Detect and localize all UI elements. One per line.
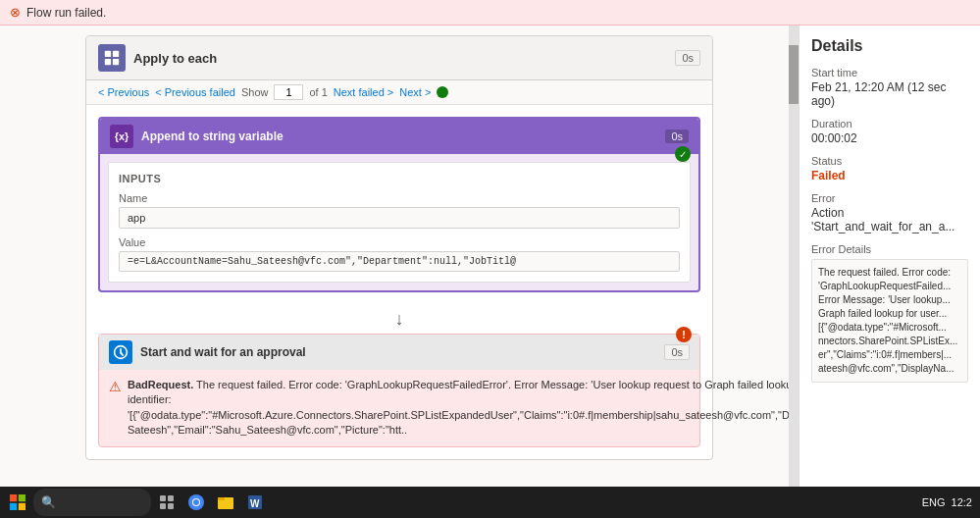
taskbar-right: ENG 12:2: [918, 496, 976, 508]
svg-rect-5: [10, 494, 17, 501]
start-wait-label: Start and wait for an approval: [140, 345, 306, 359]
next-link[interactable]: Next >: [399, 86, 431, 98]
error-details-box: The request failed. Error code: 'GraphLo…: [811, 259, 968, 383]
svg-rect-7: [10, 503, 17, 510]
start-wait-title-area: Start and wait for an approval: [109, 340, 306, 364]
duration-label: Duration: [811, 118, 968, 130]
svg-point-15: [193, 499, 199, 505]
page-of: of 1: [309, 86, 327, 98]
svg-rect-9: [160, 495, 166, 501]
name-field-value: app: [119, 207, 680, 229]
explorer-icon[interactable]: [212, 489, 239, 516]
apply-each-label: Apply to each: [133, 51, 217, 66]
status-label: Status: [811, 155, 968, 167]
error-bar-text: Flow run failed.: [26, 6, 106, 20]
value-field-code: =e=L&AccountName=Sahu_Sateesh@vfc.com","…: [119, 251, 680, 272]
svg-rect-17: [218, 497, 225, 500]
error-badge: !: [676, 327, 692, 342]
append-block[interactable]: {x} Append to string variable 0s ✓ INPUT…: [98, 117, 700, 292]
clock: 12:2: [952, 496, 972, 508]
success-indicator: [437, 86, 448, 98]
duration-value: 00:00:02: [811, 131, 968, 145]
append-block-body: INPUTS Name app Value =e=L&AccountName=S…: [108, 162, 691, 283]
taskbar: 🔍: [0, 487, 980, 518]
start-wait-body: ⚠ BadRequest. The request failed. Error …: [99, 370, 699, 446]
start-wait-time: 0s: [664, 344, 690, 360]
svg-rect-0: [105, 51, 111, 57]
lang-indicator: ENG: [922, 496, 946, 508]
svg-rect-6: [19, 494, 26, 501]
start-wait-icon: [109, 340, 132, 364]
svg-rect-1: [113, 51, 119, 57]
word-icon[interactable]: W: [241, 489, 269, 516]
canvas-area: Apply to each 0s < Previous < Previous f…: [0, 26, 799, 487]
error-label: Error: [811, 192, 968, 204]
svg-text:W: W: [250, 498, 260, 509]
append-block-header: {x} Append to string variable 0s: [100, 119, 698, 154]
main-layout: Apply to each 0s < Previous < Previous f…: [0, 26, 980, 487]
apply-each-time: 0s: [675, 50, 700, 66]
svg-rect-3: [113, 59, 119, 65]
success-badge: ✓: [675, 146, 691, 162]
pagination-bar: < Previous < Previous failed Show of 1 N…: [86, 80, 712, 105]
warning-icon: ⚠: [109, 379, 122, 394]
error-icon: ⊗: [10, 5, 21, 20]
append-block-icon: {x}: [110, 125, 133, 148]
append-block-time: 0s: [665, 130, 689, 143]
canvas-content: Apply to each 0s < Previous < Previous f…: [0, 26, 799, 487]
inner-blocks: {x} Append to string variable 0s ✓ INPUT…: [86, 105, 712, 459]
svg-rect-10: [168, 495, 174, 501]
error-bold: BadRequest.: [128, 379, 193, 390]
append-block-title-area: {x} Append to string variable: [110, 125, 284, 148]
start-button[interactable]: [4, 489, 31, 516]
svg-rect-12: [168, 503, 174, 509]
name-field-label: Name: [119, 192, 680, 204]
start-wait-header: Start and wait for an approval 0s: [99, 335, 699, 370]
scrollbar-thumb[interactable]: [789, 45, 799, 104]
error-bar: ⊗ Flow run failed.: [0, 0, 980, 26]
append-block-label: Append to string variable: [141, 130, 284, 143]
search-taskbar[interactable]: 🔍: [33, 489, 151, 516]
apply-each-title-area: Apply to each: [98, 44, 217, 72]
apply-each-icon: [98, 44, 126, 72]
value-field-label: Value: [119, 236, 680, 248]
sys-icons: ENG 12:2: [918, 496, 976, 508]
previous-failed-link[interactable]: < Previous failed: [155, 86, 235, 98]
taskbar-left: 🔍: [4, 489, 269, 516]
show-label: Show: [241, 86, 269, 98]
inputs-label: INPUTS: [119, 173, 680, 184]
start-time-label: Start time: [811, 67, 968, 78]
previous-link[interactable]: < Previous: [98, 86, 149, 98]
chrome-icon[interactable]: [182, 489, 210, 516]
right-panel: Details Start time Feb 21, 12:20 AM (12 …: [799, 26, 980, 487]
connector-arrow: ↓: [98, 304, 700, 334]
panel-title: Details: [811, 37, 968, 55]
error-details-label: Error Details: [811, 243, 968, 255]
error-text-area: BadRequest. The request failed. Error co…: [128, 378, 799, 439]
page-input[interactable]: [274, 84, 303, 100]
error-content: ⚠ BadRequest. The request failed. Error …: [109, 378, 690, 439]
svg-rect-11: [160, 503, 166, 509]
next-failed-link[interactable]: Next failed >: [334, 86, 393, 98]
apply-each-header: Apply to each 0s: [86, 36, 712, 80]
apply-each-block[interactable]: Apply to each 0s < Previous < Previous f…: [85, 35, 713, 460]
status-value: Failed: [811, 169, 968, 182]
start-wait-block[interactable]: Start and wait for an approval 0s ! ⚠ Ba…: [98, 334, 700, 447]
error-value: Action 'Start_and_wait_for_an_a...: [811, 206, 968, 233]
scrollbar-track[interactable]: [789, 26, 799, 487]
error-description: The request failed. Error code: 'GraphLo…: [128, 379, 799, 436]
svg-rect-8: [19, 503, 26, 510]
start-time-value: Feb 21, 12:20 AM (12 sec ago): [811, 80, 968, 108]
svg-rect-2: [105, 59, 111, 65]
search-icon: 🔍: [41, 495, 56, 509]
task-view-icon[interactable]: [153, 489, 181, 516]
value-code-text: =e=L&AccountName=Sahu_Sateesh@vfc.com","…: [128, 256, 516, 267]
